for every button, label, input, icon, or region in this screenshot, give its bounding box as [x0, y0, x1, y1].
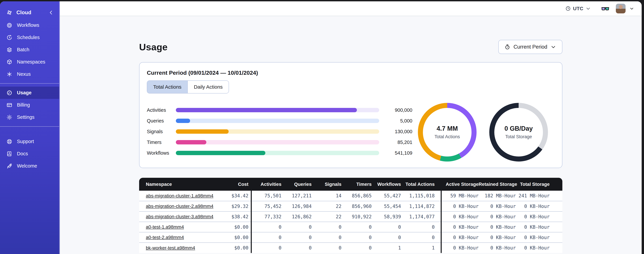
chevron-down-icon[interactable] [629, 6, 634, 11]
bar-fill [176, 129, 229, 134]
cell-activities: 75,452 [251, 201, 282, 212]
donut-value: 0 GB/Day [504, 125, 533, 132]
timezone-selector[interactable]: UTC [565, 6, 591, 12]
namespace-link[interactable]: a0-test-2.a98mm4 [146, 235, 184, 240]
sidebar-item-support[interactable]: Support [0, 136, 59, 148]
sidebar-item-label: Support [17, 139, 34, 144]
namespace-link[interactable]: abs-migration-cluster-3.a98mm4 [146, 214, 214, 219]
column-header-total-actions: Total Actions [401, 178, 441, 191]
namespace-link[interactable]: abs-migration-cluster-1.a98mm4 [146, 193, 214, 198]
cell-signals: 14 [312, 191, 342, 201]
table-row: bk-worker-test.a98mm4$0.000000110 KB-Hou… [139, 242, 562, 253]
cell-total-actions: 0 [401, 222, 441, 232]
sidebar-item-settings[interactable]: Settings [0, 111, 59, 123]
cell-timers: 856,865 [342, 191, 372, 201]
column-header-activities: Activities [251, 178, 282, 191]
bar-fill [176, 151, 265, 155]
sidebar-brand[interactable]: Cloud [0, 6, 59, 19]
sidebar-brand-label: Cloud [16, 10, 44, 16]
cell-retained-storage: 0 KB-Hour [478, 232, 516, 242]
nexus-icon [6, 71, 12, 77]
cell-total-actions: 1,115,018 [401, 191, 441, 201]
cell-timers: 0 [342, 232, 372, 242]
cell-timers: 0 [342, 222, 372, 232]
cell-active-storage: 0 KB-Hour [441, 222, 478, 232]
chevron-left-icon[interactable] [48, 10, 54, 16]
bar-track [176, 129, 379, 134]
bar-label: Queries [147, 118, 176, 124]
cell-total-actions: 1 [401, 242, 441, 253]
cell-workflows: 0 [372, 222, 401, 232]
cell-timers: 910,922 [342, 212, 372, 222]
cell-active-storage: 0 KB-Hour [441, 212, 478, 222]
period-selector-button[interactable]: Current Period [498, 40, 562, 54]
page-title: Usage [139, 42, 168, 52]
batch-icon [6, 47, 12, 53]
cell-total-storage: 0 KB-Hour [516, 242, 562, 253]
bar-label: Timers [147, 140, 176, 145]
usage-bar-row-signals: Signals130,000 [147, 129, 412, 134]
cell-active-storage: 0 KB-Hour [441, 201, 478, 212]
column-header-signals: Signals [312, 178, 342, 191]
sidebar-item-nexus[interactable]: Nexus [0, 68, 59, 80]
cell-total-storage: 0 KB-Hour [516, 232, 562, 242]
namespace-link[interactable]: a0-test-1.a98mm4 [146, 224, 184, 230]
cell-queries: 126,984 [282, 201, 312, 212]
cell-namespace: abs-migration-cluster-1.a98mm4 [139, 191, 224, 201]
table-row: a0-test-2.a98mm4$0.000000000 KB-Hour0 KB… [139, 232, 562, 242]
table-header-row: NamespaceCostActivitiesQueriesSignalsTim… [139, 178, 562, 191]
sidebar-item-batch[interactable]: Batch [0, 44, 59, 56]
glasses-icon[interactable] [601, 4, 610, 13]
schedules-icon [6, 34, 12, 40]
bar-fill [176, 118, 190, 123]
column-header-namespace: Namespace [139, 178, 224, 191]
cell-queries: 0 [282, 242, 312, 253]
tab-daily-actions[interactable]: Daily Actions [188, 81, 229, 93]
cell-retained-storage: 0 KB-Hour [478, 212, 516, 222]
sidebar-divider [0, 83, 59, 84]
cell-retained-storage: 0 KB-Hour [478, 222, 516, 232]
sidebar-item-billing[interactable]: Billing [0, 99, 59, 111]
chevron-down-icon [550, 44, 556, 50]
cell-total-storage: 0 KB-Hour [516, 222, 562, 232]
avatar[interactable] [616, 4, 626, 14]
bar-value: 541,109 [379, 150, 412, 156]
app-window: Cloud WorkflowsSchedulesBatchNamespacesN… [0, 1, 642, 254]
bar-label: Activities [147, 108, 176, 113]
billing-icon [6, 102, 12, 108]
namespace-link[interactable]: abs-migration-cluster-2.a98mm4 [146, 204, 214, 209]
cell-queries: 0 [282, 222, 312, 232]
cell-namespace: a0-test-1.a98mm4 [139, 222, 224, 232]
column-header-retained-storage: Retained Storage [478, 178, 516, 191]
usage-bar-row-activities: Activities900,000 [147, 108, 412, 112]
sidebar-account-group: UsageBillingSettings [0, 86, 59, 123]
sidebar-item-schedules[interactable]: Schedules [0, 31, 59, 44]
sidebar-item-label: Workflows [17, 22, 39, 28]
sidebar: Cloud WorkflowsSchedulesBatchNamespacesN… [0, 1, 60, 254]
cell-timers: 0 [342, 242, 372, 253]
tab-total-actions[interactable]: Total Actions [147, 81, 188, 93]
sidebar-nav-group: WorkflowsSchedulesBatchNamespacesNexus [0, 19, 59, 80]
cell-cost: $0.00 [224, 242, 251, 253]
bar-value: 130,000 [379, 129, 412, 134]
usage-card-title: Current Period (09/01/2024 — 10/01/2024) [147, 70, 555, 76]
actions-tab-group: Total ActionsDaily Actions [147, 80, 229, 94]
cell-workflows: 58,939 [372, 212, 401, 222]
cell-retained-storage: 0 KB-Hour [478, 201, 516, 212]
column-header-cost: Cost [224, 178, 251, 191]
sidebar-item-usage[interactable]: Usage [0, 86, 59, 99]
namespaces-icon [6, 59, 12, 65]
sidebar-item-label: Usage [17, 90, 32, 96]
sidebar-item-namespaces[interactable]: Namespaces [0, 56, 59, 68]
sidebar-item-workflows[interactable]: Workflows [0, 19, 59, 31]
namespace-link[interactable]: bk-worker-test.a98mm4 [146, 245, 195, 250]
settings-icon [6, 114, 12, 120]
cell-total-actions: 1,174,077 [401, 212, 441, 222]
sidebar-item-welcome[interactable]: Welcome [0, 160, 59, 172]
cell-namespace: a0-test-2.a98mm4 [139, 232, 224, 242]
cell-timers: 856,960 [342, 201, 372, 212]
sidebar-item-label: Billing [17, 102, 30, 108]
sidebar-footer-group: SupportDocsWelcome [0, 136, 59, 172]
cell-workflows: 55,427 [372, 191, 401, 201]
sidebar-item-docs[interactable]: Docs [0, 148, 59, 160]
